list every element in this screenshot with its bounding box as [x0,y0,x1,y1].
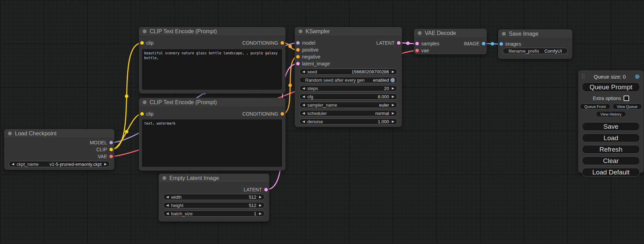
node-vae-decode[interactable]: VAE DecodesamplesIMAGEvae [414,29,487,54]
decrement-arrow-icon[interactable]: ◀ [302,70,305,73]
increment-arrow-icon[interactable]: ▶ [392,111,394,115]
decrement-arrow-icon[interactable]: ◀ [12,162,14,166]
decrement-arrow-icon[interactable]: ◀ [166,212,169,215]
collapse-dot-icon[interactable] [8,132,12,135]
output-slot-CLIP[interactable] [109,148,113,151]
increment-arrow-icon[interactable]: ▶ [392,95,394,98]
input-slot-samples[interactable] [415,42,419,45]
view-history-button[interactable]: View History [596,111,626,117]
panel-drag-handle-icon[interactable] [582,74,585,79]
node-header[interactable]: CLIP Text Encode (Prompt) [139,98,285,107]
slot-label: latent_image [302,61,330,66]
node-title: CLIP Text Encode (Prompt) [150,28,217,35]
link-midpoint-dot[interactable] [125,130,129,134]
output-slot-LATENT[interactable] [264,188,268,191]
node-clip-text-encode-2[interactable]: CLIP Text Encode (Prompt)clipCONDITIONIN… [139,98,285,171]
node-save-image[interactable]: Save Imageimagesfilename_prefixComfyUI [498,29,572,59]
collapse-dot-icon[interactable] [418,31,422,35]
increment-arrow-icon[interactable]: ▶ [392,120,394,123]
link-midpoint-dot[interactable] [491,42,494,46]
widget-value: 1.000 [378,119,389,124]
widget-steps[interactable]: ◀steps20▶ [299,85,397,91]
collapse-dot-icon[interactable] [143,29,147,33]
link-midpoint-dot[interactable] [125,94,129,98]
queue-front-button[interactable]: Queue Front [580,103,610,109]
node-title: Empty Latent Image [169,175,219,181]
widget-scheduler[interactable]: ◀schedulernormal▶ [299,110,397,116]
node-empty-latent-image[interactable]: Empty Latent ImageLATENT◀width512▶◀heigh… [159,174,269,222]
decrement-arrow-icon[interactable]: ◀ [166,195,169,199]
increment-arrow-icon[interactable]: ▶ [259,212,262,215]
widget-filename_prefix[interactable]: filename_prefixComfyUI [503,48,568,54]
widget-batch_size[interactable]: ◀batch_size1▶ [163,210,265,217]
increment-arrow-icon[interactable]: ▶ [392,70,394,73]
view-queue-button[interactable]: View Queue [612,103,642,109]
widget-height[interactable]: ◀height512▶ [163,202,265,208]
widget-seed[interactable]: ◀seed156680208700286▶ [299,69,397,75]
widget-label: cfg [307,94,313,99]
toggle-knob-icon[interactable] [390,78,395,82]
save-button[interactable]: Save [582,122,640,131]
link-midpoint-dot[interactable] [406,42,410,45]
node-header[interactable]: VAE Decode [414,29,487,38]
output-slot-MODEL[interactable] [109,141,113,144]
collapse-dot-icon[interactable] [299,29,302,33]
increment-arrow-icon[interactable]: ▶ [392,103,394,107]
decrement-arrow-icon[interactable]: ◀ [302,87,305,90]
decrement-arrow-icon[interactable]: ◀ [166,204,169,207]
increment-arrow-icon[interactable]: ▶ [392,87,394,90]
increment-arrow-icon[interactable]: ▶ [259,204,262,207]
input-slot-positive[interactable] [296,48,300,52]
widget-random-seed-after-every-gen[interactable]: Random seed after every genenabled [299,77,397,83]
prompt-textarea[interactable]: text, watermark [142,119,282,167]
output-slot-LATENT[interactable] [397,41,400,45]
decrement-arrow-icon[interactable]: ◀ [302,95,305,98]
input-slot-clip[interactable] [140,112,144,116]
widget-denoise[interactable]: ◀denoise1.000▶ [299,118,397,125]
settings-gear-icon[interactable] [635,74,640,79]
input-slot-model[interactable] [296,41,300,45]
node-header[interactable]: Load Checkpoint [4,129,114,138]
output-slot-CONDITIONING[interactable] [281,41,284,45]
link-midpoint-dot[interactable] [289,84,292,87]
link-midpoint-dot[interactable] [289,45,292,48]
input-slot-clip[interactable] [140,41,144,45]
node-header[interactable]: KSampler [295,27,402,36]
collapse-dot-icon[interactable] [162,176,166,180]
collapse-dot-icon[interactable] [502,32,506,36]
widget-width[interactable]: ◀width512▶ [163,194,265,200]
input-slot-latent_image[interactable] [296,62,300,65]
node-header[interactable]: Empty Latent Image [159,174,269,183]
output-slot-CONDITIONING[interactable] [281,112,284,116]
widget-label: scheduler [307,111,327,116]
decrement-arrow-icon[interactable]: ◀ [302,111,305,115]
input-slot-images[interactable] [500,42,503,46]
slot-label: LATENT [244,187,262,192]
widget-value: euler [379,102,389,108]
output-slot-IMAGE[interactable] [482,42,485,45]
clear-button[interactable]: Clear [582,156,640,165]
node-header[interactable]: Save Image [498,29,572,38]
prompt-textarea[interactable]: beautiful scenery nature glass bottle la… [142,49,282,90]
load-button[interactable]: Load [582,134,640,142]
increment-arrow-icon[interactable]: ▶ [259,195,262,199]
load-default-button[interactable]: Load Default [582,168,640,177]
widget-cfg[interactable]: ◀cfg8.000▶ [299,93,397,100]
collapse-dot-icon[interactable] [143,100,147,104]
node-header[interactable]: CLIP Text Encode (Prompt) [139,27,285,36]
input-slot-negative[interactable] [296,55,300,58]
queue-prompt-button[interactable]: Queue Prompt [582,82,640,92]
widget-ckpt_name[interactable]: ◀ckpt_namev1-5-pruned-emaonly.ckpt▶ [9,161,110,167]
input-slot-vae[interactable] [415,49,419,52]
extra-options-checkbox[interactable] [624,96,629,101]
node-load-checkpoint[interactable]: Load CheckpointMODELCLIPVAE◀ckpt_namev1-… [4,129,114,170]
node-ksampler[interactable]: KSamplermodelLATENTpositivenegativelaten… [295,27,402,127]
increment-arrow-icon[interactable]: ▶ [104,162,107,166]
decrement-arrow-icon[interactable]: ◀ [302,103,305,107]
node-clip-text-encode-1[interactable]: CLIP Text Encode (Prompt)clipCONDITIONIN… [139,27,285,93]
widget-sampler_name[interactable]: ◀sampler_nameeuler▶ [299,102,397,108]
decrement-arrow-icon[interactable]: ◀ [302,120,305,123]
widget-label: filename_prefix [509,48,539,54]
output-slot-VAE[interactable] [109,155,113,158]
refresh-button[interactable]: Refresh [582,145,640,154]
